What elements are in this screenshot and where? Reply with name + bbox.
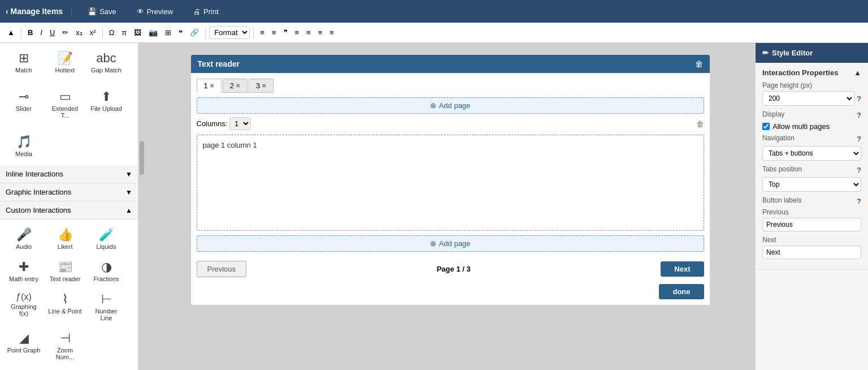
sidebar-item-audio[interactable]: 🎤 Audio [5, 224, 43, 253]
sidebar-item-mathentry[interactable]: ✚ Math entry [5, 256, 43, 286]
sidebar-item-match[interactable]: ⊞ Match [5, 48, 43, 77]
tab-2[interactable]: 2 ✖ [223, 79, 248, 93]
tab-2-delete-icon[interactable]: ✖ [236, 83, 240, 89]
collapse-properties-icon[interactable]: ▲ [854, 68, 861, 77]
quote-button[interactable]: ❝ [176, 27, 185, 38]
pi-button[interactable]: π [119, 27, 129, 38]
media-label: Media [15, 150, 32, 157]
style-editor-title: Style Editor [772, 49, 813, 57]
save-button[interactable]: 💾 Save [83, 5, 121, 18]
format-select[interactable]: Format [209, 26, 250, 39]
sidebar-item-media[interactable]: 🎵 Media [5, 131, 43, 161]
tabs-position-label: Tabs position [762, 165, 802, 173]
allow-multi-pages-checkbox[interactable] [762, 123, 770, 130]
slider-label: Slider [16, 105, 32, 112]
sidebar-item-pointgraph[interactable]: ◢ Point Graph [5, 328, 43, 364]
manage-items-btn[interactable]: ‹ Manage Items [6, 7, 72, 16]
link-button[interactable]: 🔗 [187, 27, 202, 38]
numberline-label: Number Line [89, 308, 123, 321]
sidebar-item-fractions[interactable]: ◑ Fractions [87, 256, 125, 286]
sidebar-item-extendedt[interactable]: ▭ Extended T... [46, 86, 84, 122]
delete-columns-icon[interactable]: 🗑 [696, 119, 704, 128]
button-labels-help-icon[interactable]: ? [857, 197, 861, 205]
fractions-label: Fractions [93, 276, 119, 282]
sidebar-item-textreader[interactable]: 📰 Text reader [46, 256, 84, 286]
tab-3[interactable]: 3 ✖ [249, 79, 274, 93]
delete-text-reader-icon[interactable]: 🗑 [695, 59, 703, 68]
sidebar-item-zoomnum[interactable]: ⊣ Zoom Num... [46, 328, 84, 364]
save-icon: 💾 [88, 7, 97, 16]
tabs-position-help-icon[interactable]: ? [857, 166, 861, 174]
scroll-up-btn[interactable]: ▲ [5, 27, 18, 38]
page-height-help-icon[interactable]: ? [857, 94, 861, 103]
slider-icon: ⊸ [19, 89, 29, 104]
right-panel: ✏ Style Editor Interaction Properties ▲ … [755, 43, 868, 370]
sidebar-item-hottext[interactable]: 📝 Hottext [46, 48, 84, 77]
allow-multi-pages-row: Allow multi pages [762, 122, 861, 131]
slider-items-grid: ⊸ Slider ▭ Extended T... ⬆ File Upload [0, 81, 138, 127]
superscript-button[interactable]: x² [87, 27, 99, 38]
add-page-top-button[interactable]: ⊕ Add page [197, 97, 704, 114]
sidebar-scroll-handle[interactable] [140, 141, 144, 175]
audio-icon: 🎤 [16, 227, 32, 242]
tabs-position-select[interactable]: Top [762, 177, 861, 192]
align-center-button[interactable]: ≡ [303, 27, 314, 38]
top-bar: ‹ Manage Items 💾 Save 👁 Preview 🖨 Print [0, 0, 868, 23]
sidebar-item-likert[interactable]: 👍 Likert [46, 224, 84, 253]
tab-1[interactable]: 1 ✖ [197, 79, 222, 93]
divider3 [205, 27, 206, 38]
previous-button[interactable]: Previous [197, 261, 247, 277]
tab-3-delete-icon[interactable]: ✖ [262, 83, 266, 89]
image-button[interactable]: 🖼 [131, 27, 144, 38]
preview-button[interactable]: 👁 Preview [132, 5, 177, 18]
add-page-top-icon: ⊕ [430, 101, 436, 110]
underline-button[interactable]: U [47, 27, 58, 38]
sidebar-item-graphingfx[interactable]: ƒ(x) Graphing f(x) [5, 289, 43, 325]
sidebar-item-liquids[interactable]: 🧪 Liquids [87, 224, 125, 253]
content-area[interactable]: page 1 column 1 [197, 135, 704, 231]
done-button[interactable]: done [659, 284, 704, 299]
sidebar-item-numberline[interactable]: ⊢ Number Line [87, 289, 125, 325]
linepoint-icon: ⌇ [62, 292, 68, 307]
add-page-bottom-button[interactable]: ⊕ Add page [197, 235, 704, 252]
pencil-button[interactable]: ✏ [59, 27, 71, 38]
bold-button[interactable]: B [25, 27, 36, 38]
columns-select[interactable]: 1 2 3 [229, 117, 251, 130]
format-bar: ▲ B I U ✏ x₂ x² Ω π 🖼 📷 ⊞ ❝ 🔗 Format ≡ ≡… [0, 23, 868, 43]
omega-button[interactable]: Ω [106, 27, 118, 38]
blockquote-button[interactable]: ❞ [281, 27, 290, 38]
custom-interactions-header[interactable]: Custom Interactions ▲ [0, 201, 138, 220]
navigation-help-icon[interactable]: ? [857, 135, 861, 143]
align-left-button[interactable]: ≡ [292, 27, 302, 38]
display-help-icon[interactable]: ? [857, 111, 861, 119]
inline-interactions-header[interactable]: Inline Interactions ▼ [0, 165, 138, 183]
graphic-interactions-header[interactable]: Graphic Interactions ▼ [0, 183, 138, 201]
likert-icon: 👍 [58, 227, 73, 242]
tab-1-delete-icon[interactable]: ✖ [210, 83, 214, 89]
sidebar-item-slider[interactable]: ⊸ Slider [5, 86, 43, 122]
previous-input[interactable] [762, 218, 861, 231]
page-height-select[interactable]: 200 [762, 91, 854, 106]
table-button[interactable]: ⊞ [162, 27, 174, 38]
media-icon: 🎵 [16, 135, 32, 149]
interaction-properties-title: Interaction Properties [762, 68, 838, 77]
photo-button[interactable]: 📷 [146, 27, 160, 38]
list-ordered-button[interactable]: ≡ [269, 27, 279, 38]
subscript-button[interactable]: x₂ [73, 27, 85, 38]
navigation-select[interactable]: Tabs + buttons [762, 146, 861, 161]
next-button[interactable]: Next [661, 261, 704, 277]
sidebar-item-linepoint[interactable]: ⌇ Line & Point [46, 289, 84, 325]
print-button[interactable]: 🖨 Print [189, 5, 223, 18]
align-justify-button[interactable]: ≡ [327, 27, 337, 38]
mathentry-icon: ✚ [19, 260, 29, 274]
sidebar-item-fileupload[interactable]: ⬆ File Upload [87, 86, 125, 122]
sidebar-item-gapmatch[interactable]: abc Gap Match [87, 48, 125, 77]
next-input[interactable] [762, 246, 861, 259]
navigation-bar: Previous Page 1 / 3 Next [197, 255, 704, 281]
italic-button[interactable]: I [37, 27, 45, 38]
audio-label: Audio [16, 243, 32, 250]
previous-field-label: Previous [762, 208, 861, 216]
align-right-button[interactable]: ≡ [315, 27, 326, 38]
list-unordered-button[interactable]: ≡ [257, 27, 267, 38]
mathentry-label: Math entry [9, 276, 38, 282]
